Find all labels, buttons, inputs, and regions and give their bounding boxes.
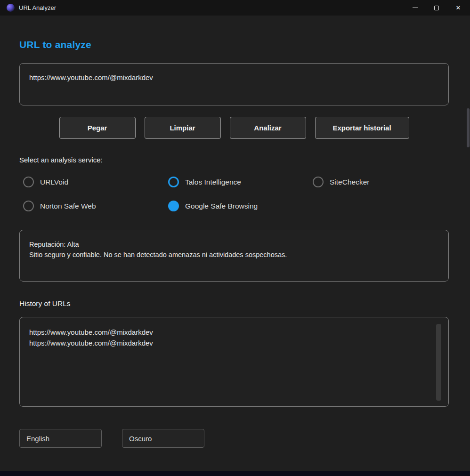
history-label: History of URLs xyxy=(19,299,449,308)
history-scrollbar-thumb[interactable] xyxy=(436,324,441,401)
radio-google-safe-browsing[interactable]: Google Safe Browsing xyxy=(168,201,313,211)
maximize-button[interactable] xyxy=(426,0,447,16)
result-box: Reputación: Alta Sitio seguro y confiabl… xyxy=(19,230,449,282)
app-icon xyxy=(7,4,15,12)
language-select[interactable]: English xyxy=(19,429,102,448)
paste-button[interactable]: Pegar xyxy=(59,117,136,139)
radio-talos-intelligence-icon xyxy=(168,177,179,187)
radio-urlvoid-label: URLVoid xyxy=(40,178,68,186)
radio-norton-safe-web-label: Norton Safe Web xyxy=(40,202,96,210)
history-box[interactable]: https://www.youtube.com/@mixdarkdev http… xyxy=(19,317,449,407)
radio-sitechecker[interactable]: SiteChecker xyxy=(313,177,449,187)
radio-sitechecker-icon xyxy=(313,177,324,187)
action-button-row: Pegar Limpiar Analizar Exportar historia… xyxy=(19,117,449,139)
theme-select-value: Oscuro xyxy=(129,435,152,443)
app-window: URL Analyzer ✕ URL to analyze https://ww… xyxy=(0,0,470,476)
result-reputation: Reputación: Alta xyxy=(29,239,439,250)
service-radio-group: URLVoid Talos Intelligence SiteChecker N… xyxy=(19,177,449,211)
window-scrollbar-thumb[interactable] xyxy=(467,108,470,147)
history-item: https://www.youtube.com/@mixdarkdev xyxy=(29,327,439,338)
titlebar: URL Analyzer ✕ xyxy=(0,0,470,16)
radio-urlvoid[interactable]: URLVoid xyxy=(23,177,168,187)
clear-button[interactable]: Limpiar xyxy=(145,117,221,139)
footer-select-row: English Oscuro xyxy=(19,429,449,448)
theme-select[interactable]: Oscuro xyxy=(122,429,204,448)
window-title: URL Analyzer xyxy=(19,4,56,11)
radio-google-safe-browsing-label: Google Safe Browsing xyxy=(185,202,258,210)
url-input-value: https://www.youtube.com/@mixdarkdev xyxy=(29,73,439,81)
radio-google-safe-browsing-icon xyxy=(168,201,179,211)
language-select-value: English xyxy=(26,435,49,443)
result-description: Sitio seguro y confiable. No se han dete… xyxy=(29,250,439,260)
url-input[interactable]: https://www.youtube.com/@mixdarkdev xyxy=(19,63,449,105)
window-bottom-edge xyxy=(0,471,470,476)
minimize-button[interactable] xyxy=(404,0,426,16)
radio-norton-safe-web-icon xyxy=(23,201,34,211)
history-item: https://www.youtube.com/@mixdarkdev xyxy=(29,338,439,348)
analyze-button[interactable]: Analizar xyxy=(230,117,306,139)
history-list: https://www.youtube.com/@mixdarkdev http… xyxy=(29,327,439,348)
radio-norton-safe-web[interactable]: Norton Safe Web xyxy=(23,201,168,211)
radio-talos-intelligence[interactable]: Talos Intelligence xyxy=(168,177,313,187)
main-content: URL to analyze https://www.youtube.com/@… xyxy=(0,16,470,448)
maximize-icon xyxy=(434,6,439,10)
radio-urlvoid-icon xyxy=(23,177,34,187)
minimize-icon xyxy=(413,8,418,8)
window-controls: ✕ xyxy=(404,0,469,16)
close-button[interactable]: ✕ xyxy=(447,0,469,16)
page-title: URL to analyze xyxy=(19,16,449,50)
export-history-button[interactable]: Exportar historial xyxy=(315,117,409,139)
close-icon: ✕ xyxy=(456,5,461,11)
radio-talos-intelligence-label: Talos Intelligence xyxy=(185,178,241,186)
service-select-label: Select an analysis service: xyxy=(19,156,449,164)
radio-sitechecker-label: SiteChecker xyxy=(330,178,369,186)
